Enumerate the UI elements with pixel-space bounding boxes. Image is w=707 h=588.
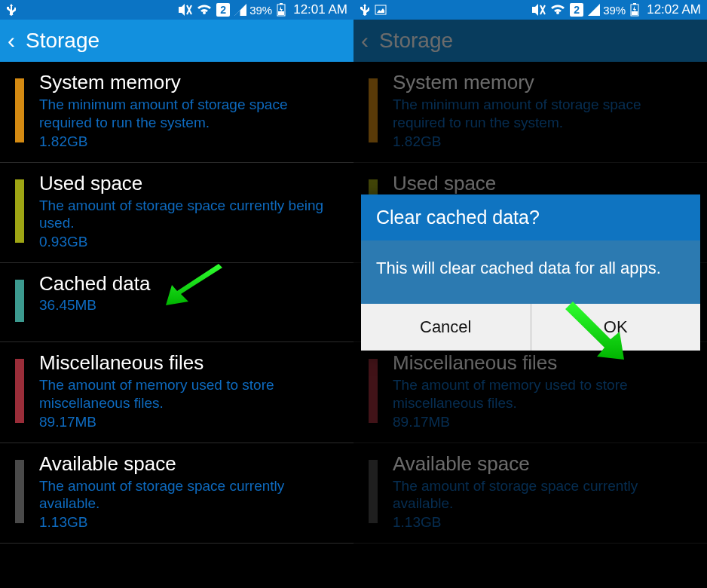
phone-left: 2 39% 12:01 AM ‹ Storage System memory T…	[0, 0, 354, 588]
item-title: Used space	[39, 172, 343, 195]
color-strip	[369, 78, 378, 142]
usb-icon	[6, 4, 17, 16]
item-size: 1.13GB	[393, 514, 696, 531]
color-strip	[15, 280, 24, 322]
header-right: ‹ Storage	[354, 20, 707, 62]
storage-item-available-space[interactable]: Available space The amount of storage sp…	[0, 443, 354, 544]
mute-icon	[177, 4, 192, 16]
statusbar-left: 2 39% 12:01 AM	[0, 0, 354, 20]
page-title: Storage	[26, 29, 99, 53]
screenshot-icon	[375, 5, 387, 15]
dialog-title: Clear cached data?	[361, 194, 700, 240]
color-strip	[369, 460, 378, 524]
notification-badge: 2	[216, 3, 230, 17]
svg-rect-2	[278, 11, 284, 15]
item-title: System memory	[393, 71, 696, 94]
item-size: 89.17MB	[39, 414, 343, 430]
item-desc: The minimum amount of storage space requ…	[39, 96, 343, 132]
wifi-icon	[550, 4, 565, 16]
signal-icon	[234, 4, 246, 16]
storage-item-available-space: Available space The amount of storage sp…	[354, 443, 707, 544]
item-title: Available space	[39, 452, 343, 476]
battery-charging-icon	[277, 3, 286, 17]
cancel-button[interactable]: Cancel	[361, 304, 531, 351]
storage-item-misc-files: Miscellaneous files The amount of memory…	[354, 342, 707, 443]
clock: 12:01 AM	[293, 2, 347, 17]
storage-item-system-memory: System memory The minimum amount of stor…	[354, 62, 707, 163]
dialog-body: This will clear cached data for all apps…	[361, 240, 700, 304]
battery-percent: 39%	[603, 4, 626, 17]
color-strip	[15, 78, 24, 142]
storage-item-used-space[interactable]: Used space The amount of storage space c…	[0, 163, 354, 264]
notification-badge: 2	[570, 3, 583, 17]
page-title: Storage	[379, 29, 453, 53]
storage-list-left: System memory The minimum amount of stor…	[0, 62, 354, 544]
dialog-actions: Cancel OK	[361, 304, 700, 351]
item-title: System memory	[39, 71, 343, 94]
item-title: Used space	[393, 172, 696, 195]
back-icon: ‹	[361, 29, 369, 52]
ok-button[interactable]: OK	[531, 304, 701, 351]
signal-icon	[588, 4, 600, 16]
battery-percent: 39%	[249, 4, 272, 17]
item-title: Available space	[393, 452, 696, 476]
svg-rect-1	[280, 3, 283, 5]
item-title: Miscellaneous files	[39, 351, 343, 375]
item-desc: The amount of memory used to store misce…	[393, 376, 696, 412]
color-strip	[15, 460, 24, 524]
item-desc: The amount of memory used to store misce…	[39, 376, 343, 412]
back-icon[interactable]: ‹	[8, 29, 15, 52]
svg-rect-6	[632, 11, 638, 15]
item-desc: The amount of storage space currently av…	[39, 477, 343, 513]
item-size: 0.93GB	[39, 234, 343, 250]
svg-rect-5	[633, 3, 636, 5]
storage-item-cached-data[interactable]: Cached data 36.45MB	[0, 263, 354, 342]
item-title: Miscellaneous files	[393, 351, 696, 375]
color-strip	[15, 359, 24, 423]
item-desc: The amount of storage space currently be…	[39, 197, 343, 233]
storage-item-misc-files[interactable]: Miscellaneous files The amount of memory…	[0, 342, 354, 443]
statusbar-right: 2 39% 12:02 AM	[354, 0, 707, 20]
mute-icon	[531, 4, 546, 16]
item-title: Cached data	[39, 272, 343, 296]
item-size: 1.82GB	[393, 133, 696, 150]
item-size: 1.13GB	[39, 514, 343, 531]
color-strip	[369, 359, 378, 423]
usb-icon	[360, 4, 370, 16]
storage-item-system-memory[interactable]: System memory The minimum amount of stor…	[0, 62, 354, 163]
item-size: 1.82GB	[39, 133, 343, 150]
color-strip	[15, 179, 24, 243]
item-desc: The amount of storage space currently av…	[393, 477, 696, 513]
wifi-icon	[197, 4, 212, 16]
header-left[interactable]: ‹ Storage	[0, 20, 354, 62]
clear-cache-dialog: Clear cached data? This will clear cache…	[361, 194, 700, 351]
item-size: 36.45MB	[39, 297, 343, 314]
item-size: 89.17MB	[393, 414, 696, 430]
battery-charging-icon	[630, 3, 639, 17]
svg-rect-3	[375, 5, 386, 14]
item-desc: The minimum amount of storage space requ…	[393, 96, 696, 132]
clock: 12:02 AM	[647, 2, 701, 17]
